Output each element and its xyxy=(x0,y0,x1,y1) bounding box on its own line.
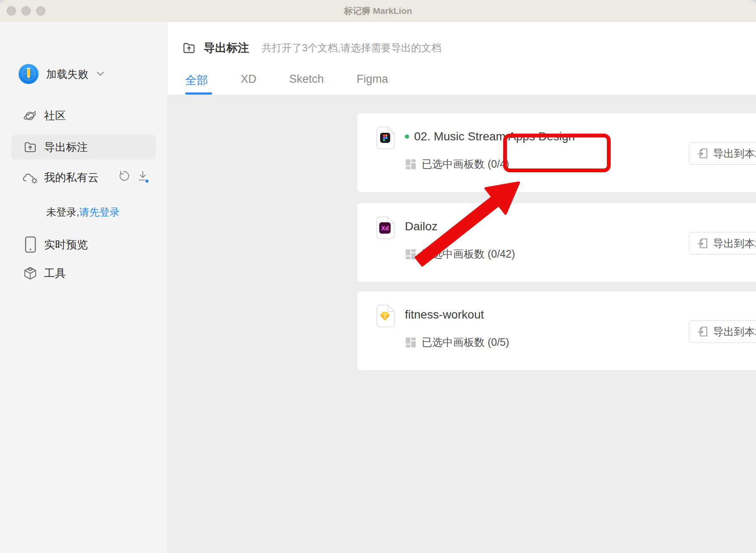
document-card-sketch: fitness-workout 已选中画板数 (0/5) xyxy=(357,291,756,371)
login-hint: 未登录,请先登录 xyxy=(46,205,120,219)
document-card-figma: 02. Music Stream Apps Design 已选中画板数 (0/4… xyxy=(357,113,756,192)
cloud-actions xyxy=(118,170,150,183)
sidebar-item-export-annotations[interactable]: 导出标注 xyxy=(11,134,156,160)
page-title: 导出标注 xyxy=(204,40,249,55)
export-local-label: 导出到本地 xyxy=(713,237,756,250)
sidebar-item-live-preview[interactable]: 实时预览 xyxy=(11,232,156,257)
artboard-grid-icon xyxy=(405,159,416,170)
sidebar-item-tools[interactable]: 工具 xyxy=(11,261,156,286)
sketch-file-icon xyxy=(374,304,396,328)
tab-all[interactable]: 全部 xyxy=(185,73,208,88)
artboard-grid-icon xyxy=(405,337,416,348)
document-list: 02. Music Stream Apps Design 已选中画板数 (0/4… xyxy=(168,95,756,553)
export-local-button[interactable]: 导出到本地 xyxy=(689,142,756,165)
refresh-icon[interactable] xyxy=(118,170,130,182)
account-status-label: 加载失败 xyxy=(46,67,88,81)
doc-name: Dailoz xyxy=(405,220,438,233)
planet-icon xyxy=(22,108,39,123)
download-icon[interactable] xyxy=(137,170,150,183)
artboard-count: 已选中画板数 (0/42) xyxy=(422,247,515,261)
tab-xd[interactable]: XD xyxy=(241,73,257,88)
export-local-button[interactable]: 导出到本地 xyxy=(689,232,756,255)
login-status-text: 未登录, xyxy=(46,206,79,218)
export-doc-icon xyxy=(697,147,709,159)
account-menu[interactable]: 加载失败 xyxy=(18,64,105,84)
artboard-count: 已选中画板数 (0/5) xyxy=(422,335,509,349)
sidebar-item-label: 工具 xyxy=(44,266,66,281)
cube-icon xyxy=(22,266,39,280)
cloud-gear-icon xyxy=(22,170,39,185)
sidebar-item-community[interactable]: 社区 xyxy=(11,103,156,128)
xd-badge-text: Xd xyxy=(381,225,389,232)
artboard-count: 已选中画板数 (0/4) xyxy=(422,157,509,171)
notification-dot xyxy=(145,179,149,183)
export-local-label: 导出到本地 xyxy=(713,147,756,161)
tab-sketch[interactable]: Sketch xyxy=(289,73,324,88)
sidebar-item-label: 我的私有云 xyxy=(44,170,99,185)
folder-export-icon xyxy=(22,140,39,154)
sidebar-item-label: 导出标注 xyxy=(44,140,88,155)
tab-figma[interactable]: Figma xyxy=(357,73,388,88)
doc-type-tabs: 全部 XD Sketch Figma xyxy=(185,73,388,88)
active-status-dot xyxy=(405,134,409,139)
sidebar-item-label: 实时预览 xyxy=(44,237,88,252)
window-title: 标记狮 MarkLion xyxy=(0,0,756,22)
artboard-grid-icon xyxy=(405,249,416,260)
export-local-button[interactable]: 导出到本地 xyxy=(689,320,756,343)
chevron-down-icon xyxy=(96,71,105,77)
export-doc-icon xyxy=(697,237,709,249)
app-window: 标记狮 MarkLion 加载失败 xyxy=(0,0,756,553)
sidebar: 加载失败 社区 xyxy=(0,22,167,553)
page-subtitle: 共打开了3个文档,请选择需要导出的文档 xyxy=(262,41,441,55)
folder-export-icon xyxy=(182,41,196,55)
login-link[interactable]: 请先登录 xyxy=(79,206,120,218)
main-header: 导出标注 共打开了3个文档,请选择需要导出的文档 全部 XD Sketch Fi… xyxy=(168,22,756,95)
doc-name: 02. Music Stream Apps Design xyxy=(414,130,575,143)
titlebar: 标记狮 MarkLion xyxy=(0,0,756,22)
document-card-xd: Xd Dailoz 已选中画板数 (0/42) xyxy=(357,203,756,282)
xd-file-icon: Xd xyxy=(374,216,396,240)
sidebar-item-label: 社区 xyxy=(44,108,66,123)
doc-meta-row: 已选中画板数 (0/4) xyxy=(405,157,509,171)
doc-name: fitness-workout xyxy=(405,308,484,321)
doc-title-row: 02. Music Stream Apps Design xyxy=(405,130,575,143)
doc-title-row: fitness-workout xyxy=(405,308,484,321)
doc-title-row: Dailoz xyxy=(405,220,438,233)
device-icon xyxy=(22,235,39,254)
export-doc-icon xyxy=(697,326,709,337)
app-logo-avatar xyxy=(18,64,39,84)
doc-meta-row: 已选中画板数 (0/42) xyxy=(405,247,515,261)
figma-file-icon xyxy=(374,126,396,150)
doc-meta-row: 已选中画板数 (0/5) xyxy=(405,335,509,349)
export-local-label: 导出到本地 xyxy=(713,325,756,339)
